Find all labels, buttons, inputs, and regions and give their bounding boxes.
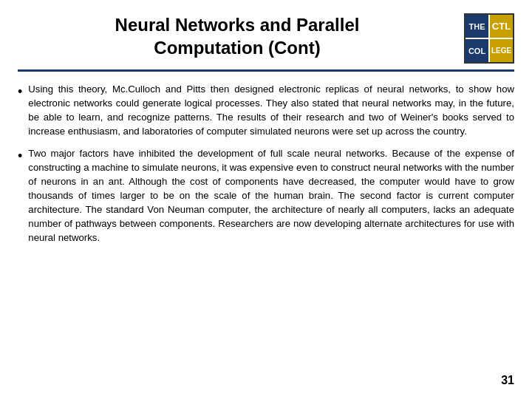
title-line2: Computation (Cont) <box>154 38 320 58</box>
title-line1: Neural Networks and Parallel <box>115 15 360 35</box>
logo-cell-the: THE <box>466 15 488 38</box>
logo-cell-col: COL <box>466 39 488 62</box>
slide-title: Neural Networks and Parallel Computation… <box>18 13 457 59</box>
logo-cell-ctl: CTL <box>490 15 513 38</box>
bullet-text-1: Using this theory, Mc.Culloch and Pitts … <box>28 82 514 139</box>
page-number: 31 <box>501 374 514 387</box>
slide-footer: 31 <box>18 374 514 387</box>
bullet-dot-1: • <box>18 83 22 101</box>
title-area: Neural Networks and Parallel Computation… <box>18 13 464 59</box>
bullet-item-1: • Using this theory, Mc.Culloch and Pitt… <box>18 82 514 139</box>
slide-header: Neural Networks and Parallel Computation… <box>18 13 514 64</box>
logo: THE CTL COL LEGE <box>464 13 514 64</box>
header-divider <box>18 69 514 72</box>
bullet-text-2: Two major factors have inhibited the dev… <box>28 146 514 245</box>
bullet-item-2: • Two major factors have inhibited the d… <box>18 146 514 245</box>
bullet-dot-2: • <box>18 147 22 166</box>
content-area: • Using this theory, Mc.Culloch and Pitt… <box>18 82 514 369</box>
logo-cell-lege: LEGE <box>490 39 513 62</box>
slide-container: Neural Networks and Parallel Computation… <box>0 0 532 399</box>
